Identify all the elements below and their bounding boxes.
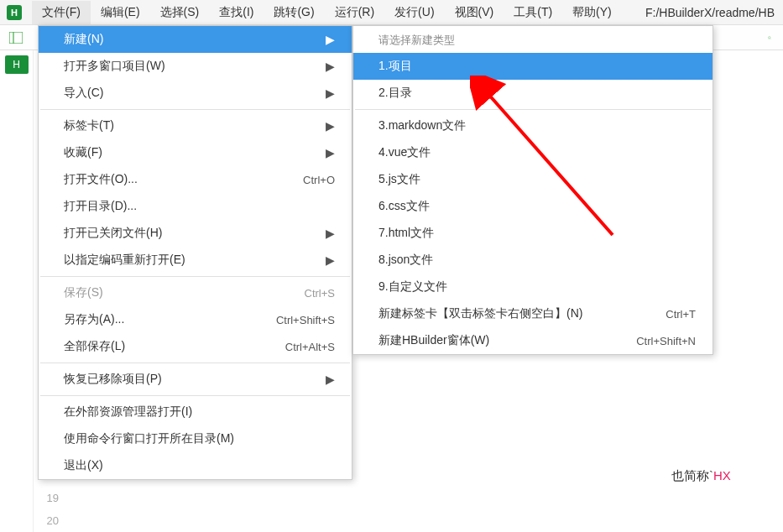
new-json[interactable]: 8.json文件	[353, 247, 713, 274]
chevron-right-icon: ▶	[326, 253, 335, 267]
menu-label: 全部保存(L)	[64, 339, 125, 354]
menu-open-cmd[interactable]: 使用命令行窗口打开所在目录(M)	[39, 425, 352, 452]
sidebar-toggle-icon[interactable]	[8, 30, 23, 45]
sidebar: H	[0, 50, 34, 532]
chevron-right-icon: ▶	[326, 86, 335, 100]
menu-exit[interactable]: 退出(X)	[39, 452, 352, 479]
menu-label: 在外部资源管理器打开(I)	[64, 404, 192, 420]
menubar: H 文件(F) 编辑(E) 选择(S) 查找(I) 跳转(G) 运行(R) 发行…	[0, 0, 783, 25]
menu-shortcut: Ctrl+T	[666, 308, 696, 321]
menu-open-closed[interactable]: 打开已关闭文件(H) ▶	[39, 220, 352, 247]
menu-edit[interactable]: 编辑(E)	[91, 1, 150, 24]
menu-label: 以指定编码重新打开(E)	[64, 253, 185, 268]
menu-import[interactable]: 导入(C) ▶	[39, 80, 352, 107]
menu-publish[interactable]: 发行(U)	[384, 1, 444, 24]
chevron-right-icon: ▶	[326, 119, 335, 133]
menu-open-dir[interactable]: 打开目录(D)...	[39, 193, 352, 220]
svg-line-3	[770, 38, 771, 39]
menu-label: 打开目录(D)...	[64, 199, 137, 214]
menu-label: 新建HBuilder窗体(W)	[378, 333, 489, 348]
svg-rect-0	[9, 32, 23, 44]
menu-label: 8.json文件	[378, 253, 433, 268]
menu-label: 新建标签卡【双击标签卡右侧空白】(N)	[378, 306, 582, 321]
menu-label: 标签卡(T)	[64, 118, 114, 133]
chevron-right-icon: ▶	[326, 373, 335, 386]
menu-favorites[interactable]: 收藏(F) ▶	[39, 139, 352, 166]
menu-new-label: 新建(N)	[64, 32, 103, 47]
menu-new[interactable]: 新建(N) ▶	[39, 26, 352, 53]
menu-separator	[40, 109, 350, 110]
new-dir[interactable]: 2.目录	[353, 80, 713, 107]
menu-reopen-encoding[interactable]: 以指定编码重新打开(E) ▶	[39, 247, 352, 274]
menu-label: 退出(X)	[64, 458, 103, 473]
menu-label: 恢复已移除项目(P)	[64, 372, 162, 387]
new-html[interactable]: 7.html文件	[353, 220, 713, 247]
new-window[interactable]: 新建HBuilder窗体(W) Ctrl+Shift+N	[353, 327, 713, 354]
menu-label: 7.html文件	[378, 226, 434, 241]
menu-label: 2.目录	[378, 86, 412, 101]
menu-label: 打开多窗口项目(W)	[64, 59, 165, 74]
menu-separator	[40, 276, 350, 277]
menu-run[interactable]: 运行(R)	[325, 1, 384, 24]
line-number: 20	[34, 509, 59, 532]
menu-save-all[interactable]: 全部保存(L) Ctrl+Alt+S	[39, 333, 352, 360]
new-project[interactable]: 1.项目	[353, 53, 713, 80]
menu-label: 6.css文件	[378, 199, 430, 214]
menu-multiwindow[interactable]: 打开多窗口项目(W) ▶	[39, 53, 352, 80]
menu-view[interactable]: 视图(V)	[445, 1, 504, 24]
submenu-header: 请选择新建类型	[353, 26, 713, 53]
menu-label: 5.js文件	[378, 172, 420, 187]
menu-label: 保存(S)	[64, 285, 103, 300]
chevron-right-icon: ▶	[326, 227, 335, 240]
menu-tools[interactable]: 工具(T)	[504, 1, 562, 24]
preview-icon[interactable]	[768, 30, 783, 45]
app-icon: H	[7, 5, 22, 20]
menu-label: 收藏(F)	[64, 145, 102, 160]
menu-file[interactable]: 文件(F)	[32, 1, 91, 24]
menu-label: 另存为(A)...	[64, 312, 124, 327]
file-menu-dropdown: 新建(N) ▶ 打开多窗口项目(W) ▶ 导入(C) ▶ 标签卡(T) ▶ 收藏…	[38, 25, 352, 480]
menu-shortcut: Ctrl+O	[303, 174, 335, 186]
menu-label: 4.vue文件	[378, 145, 431, 160]
menu-label: 导入(C)	[64, 86, 103, 101]
menu-tabs[interactable]: 标签卡(T) ▶	[39, 112, 352, 139]
new-vue[interactable]: 4.vue文件	[353, 139, 713, 166]
sidebar-tab[interactable]: H	[5, 55, 29, 74]
chevron-right-icon: ▶	[326, 33, 335, 46]
new-js[interactable]: 5.js文件	[353, 166, 713, 193]
menu-goto[interactable]: 跳转(G)	[264, 1, 324, 24]
code-token: HX	[713, 468, 731, 482]
menu-label: 打开文件(O)...	[64, 172, 138, 187]
menu-separator	[355, 109, 711, 110]
menu-shortcut: Ctrl+Alt+S	[285, 341, 335, 353]
new-css[interactable]: 6.css文件	[353, 193, 713, 220]
menu-label: 使用命令行窗口打开所在目录(M)	[64, 431, 234, 446]
menu-shortcut: Ctrl+Shift+S	[276, 314, 335, 326]
menu-open-external[interactable]: 在外部资源管理器打开(I)	[39, 399, 352, 425]
menu-open-file[interactable]: 打开文件(O)... Ctrl+O	[39, 166, 352, 193]
menu-label: 9.自定义文件	[378, 279, 447, 295]
new-markdown[interactable]: 3.markdown文件	[353, 112, 713, 139]
chevron-right-icon: ▶	[326, 60, 335, 73]
menu-label: 3.markdown文件	[378, 118, 466, 133]
menu-select[interactable]: 选择(S)	[150, 1, 210, 24]
menu-help[interactable]: 帮助(Y)	[562, 1, 622, 24]
new-custom[interactable]: 9.自定义文件	[353, 274, 713, 300]
menu-save-as[interactable]: 另存为(A)... Ctrl+Shift+S	[39, 306, 352, 333]
menu-shortcut: Ctrl+S	[305, 287, 335, 300]
menu-separator	[40, 395, 350, 396]
svg-point-2	[769, 36, 771, 39]
menu-label: 1.项目	[378, 59, 412, 74]
new-submenu: 请选择新建类型 1.项目 2.目录 3.markdown文件 4.vue文件 5…	[352, 25, 713, 355]
chevron-right-icon: ▶	[326, 146, 335, 159]
menu-find[interactable]: 查找(I)	[209, 1, 264, 24]
code-text: 也简称`	[671, 468, 713, 482]
menu-shortcut: Ctrl+Shift+N	[636, 335, 696, 347]
new-tab[interactable]: 新建标签卡【双击标签卡右侧空白】(N) Ctrl+T	[353, 300, 713, 327]
menu-restore-removed[interactable]: 恢复已移除项目(P) ▶	[39, 366, 352, 393]
menu-save[interactable]: 保存(S) Ctrl+S	[39, 279, 352, 306]
menu-label: 打开已关闭文件(H)	[64, 226, 162, 241]
file-path: F:/HBuilderX/readme/HB	[645, 6, 783, 19]
menu-separator	[40, 362, 350, 363]
line-number: 19	[34, 487, 59, 509]
